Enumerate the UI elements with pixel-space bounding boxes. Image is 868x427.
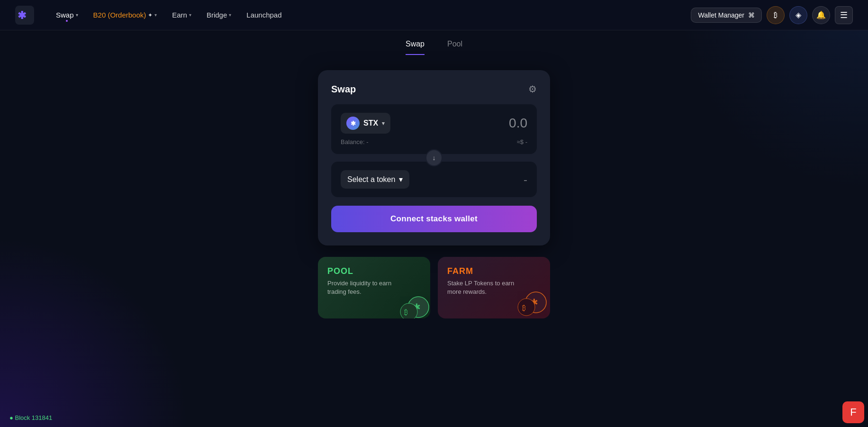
chevron-down-icon: ▾ (76, 12, 78, 18)
stx-logo-char: ✱ (351, 120, 356, 127)
to-token-row: Select a token ▾ - (341, 170, 527, 189)
farm-card[interactable]: FARM Stake LP Tokens to earn more reward… (438, 257, 550, 318)
to-token-selector[interactable]: Select a token ▾ (341, 170, 409, 189)
active-dot (66, 20, 68, 22)
main-content: Swap ⚙ ✱ STX ▾ 0.0 Balance: - (0, 55, 868, 318)
chevron-down-icon: ▾ (154, 12, 157, 18)
pool-card-title: POOL (327, 266, 421, 276)
eth-icon-button[interactable]: ◈ (789, 6, 807, 24)
swap-card-title: Swap (331, 84, 356, 95)
nav-item-earn[interactable]: Earn ▾ (165, 7, 198, 23)
from-token-amount[interactable]: 0.0 (509, 116, 527, 131)
gear-icon: ⚙ (528, 84, 537, 94)
swap-card-header: Swap ⚙ (331, 83, 537, 95)
swap-direction-button[interactable]: ↓ (425, 149, 443, 166)
pool-coins-decoration: ✱ ₿ (392, 283, 430, 318)
eth-icon: ◈ (796, 10, 801, 19)
bottom-cards: POOL Provide liquidity to earn trading f… (318, 257, 550, 318)
navbar: ✱ Swap ▾ B20 (Orderbook) ✦ ▾ Earn ▾ Brid… (0, 0, 868, 30)
svg-point-8 (518, 299, 535, 316)
block-status: ● Block 131841 (9, 414, 52, 421)
from-token-balance-row: Balance: - ≈$ - (341, 138, 527, 145)
balance-label: Balance: - (341, 138, 369, 145)
wallet-manager-label: Wallet Manager (698, 11, 744, 19)
status-bar: ● Block 131841 (0, 409, 62, 427)
menu-button[interactable]: ☰ (835, 6, 853, 24)
wallet-cmd-icon: ⌘ (748, 11, 755, 19)
tab-pool[interactable]: Pool (447, 40, 462, 55)
btc-icon: ₿ (774, 11, 778, 19)
chevron-down-icon: ▾ (399, 175, 403, 184)
svg-text:₿: ₿ (404, 308, 408, 316)
from-token-selector[interactable]: ✱ STX ▾ (341, 113, 390, 134)
select-token-label: Select a token (347, 175, 395, 184)
nav-item-bridge[interactable]: Bridge ▾ (200, 7, 238, 23)
hamburger-icon: ☰ (840, 10, 848, 20)
usd-approx: ≈$ - (517, 138, 527, 145)
stx-logo: ✱ (346, 117, 360, 130)
nav-item-b20[interactable]: B20 (Orderbook) ✦ ▾ (87, 7, 164, 23)
connect-wallet-button[interactable]: Connect stacks wallet (331, 206, 537, 232)
bell-icon: 🔔 (816, 10, 826, 19)
btc-icon-button[interactable]: ₿ (767, 6, 785, 24)
chevron-down-icon: ▾ (229, 12, 231, 18)
farm-coins-decoration: ✱ ₿ (510, 281, 550, 318)
farm-card-description: Stake LP Tokens to earn more rewards. (447, 279, 518, 296)
notification-button[interactable]: 🔔 (812, 6, 830, 24)
nav-right: Wallet Manager ⌘ ₿ ◈ 🔔 ☰ (691, 6, 853, 24)
svg-point-4 (400, 303, 417, 318)
chevron-down-icon: ▾ (189, 12, 191, 18)
nav-links: Swap ▾ B20 (Orderbook) ✦ ▾ Earn ▾ Bridge… (49, 7, 687, 23)
nav-item-launchpad[interactable]: Launchpad (240, 7, 288, 23)
from-token-box: ✱ STX ▾ 0.0 Balance: - ≈$ - (331, 104, 537, 154)
pool-card[interactable]: POOL Provide liquidity to earn trading f… (318, 257, 430, 318)
from-token-symbol: STX (363, 119, 378, 127)
token-chevron-down-icon: ▾ (382, 120, 385, 127)
from-token-row: ✱ STX ▾ 0.0 (341, 113, 527, 134)
tab-swap[interactable]: Swap (406, 40, 425, 55)
to-token-dash: - (524, 173, 527, 186)
alex-logo-icon: ✱ (15, 6, 34, 25)
swap-card: Swap ⚙ ✱ STX ▾ 0.0 Balance: - (318, 70, 550, 245)
nav-item-swap[interactable]: Swap ▾ (49, 7, 85, 23)
svg-text:✱: ✱ (18, 9, 27, 21)
logo[interactable]: ✱ (15, 6, 34, 25)
wallet-manager-button[interactable]: Wallet Manager ⌘ (691, 8, 762, 23)
svg-text:₿: ₿ (522, 304, 526, 312)
pool-card-description: Provide liquidity to earn trading fees. (327, 279, 398, 296)
swap-arrow-container: ↓ (331, 149, 537, 166)
chat-button[interactable]: F (842, 401, 864, 423)
chat-icon: F (850, 406, 856, 418)
settings-button[interactable]: ⚙ (528, 83, 537, 95)
farm-card-title: FARM (447, 266, 541, 276)
tabs-bar: Swap Pool (0, 30, 868, 55)
to-token-box: Select a token ▾ - (331, 162, 537, 197)
arrow-down-icon: ↓ (433, 154, 436, 162)
